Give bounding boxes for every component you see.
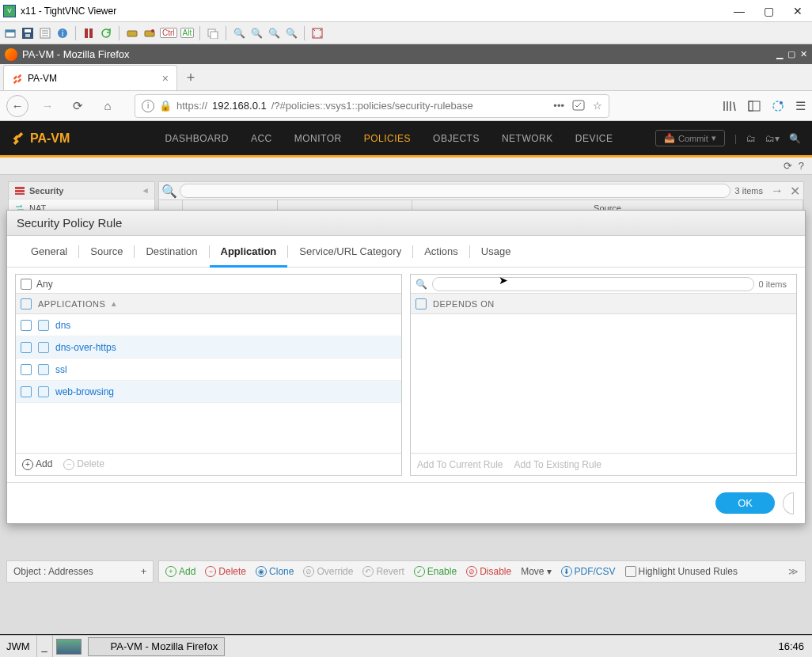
ctrl-key[interactable]: Ctrl (160, 28, 177, 38)
apps-column-header[interactable]: APPLICATIONS (38, 299, 105, 309)
reload-button[interactable]: ⟳ (66, 95, 89, 117)
nav-device[interactable]: DEVICE (575, 133, 613, 144)
help-icon[interactable]: ? (799, 160, 804, 172)
nav-policies[interactable]: POLICIES (364, 133, 411, 144)
library-icon[interactable] (723, 100, 737, 112)
refresh-icon[interactable] (99, 26, 113, 40)
new-tab-button[interactable]: + (177, 65, 204, 90)
tool-disable[interactable]: ⊘Disable (466, 566, 511, 577)
tab-source[interactable]: Source (79, 237, 134, 267)
more-icon[interactable]: ≫ (788, 566, 799, 577)
commit-button[interactable]: 📥 Commit ▾ (655, 130, 725, 146)
row-checkbox[interactable] (21, 342, 32, 353)
tool-enable[interactable]: ✓Enable (414, 566, 457, 577)
sync-icon[interactable]: ⟳ (784, 160, 792, 172)
search-icon[interactable]: 🔍 (789, 133, 801, 144)
bookmark-icon[interactable]: ☆ (593, 100, 602, 112)
app-link[interactable]: dns-over-https (55, 342, 116, 353)
app-link[interactable]: ssl (55, 364, 67, 375)
home-button[interactable]: ⌂ (97, 95, 119, 117)
zoom-auto-icon[interactable]: 🔍 (284, 26, 298, 40)
pause-icon[interactable] (82, 26, 96, 40)
clear-icon[interactable]: ✕ (787, 184, 803, 199)
app-row[interactable]: dns (16, 314, 401, 336)
any-checkbox[interactable] (21, 279, 32, 290)
ctrl-esc-icon[interactable] (142, 26, 157, 40)
cancel-button[interactable] (783, 492, 794, 515)
app-link[interactable]: dns (55, 320, 70, 331)
rules-search-input[interactable] (180, 184, 730, 198)
fullscreen-icon[interactable] (310, 26, 324, 40)
add-object-icon[interactable]: + (141, 566, 146, 577)
row-checkbox[interactable] (21, 320, 32, 331)
page-actions-icon[interactable]: ••• (553, 100, 564, 112)
config-icon[interactable]: 🗂 (746, 133, 756, 144)
alt-key[interactable]: Alt (180, 28, 195, 38)
workspace-switcher[interactable] (56, 639, 82, 655)
transfer-icon[interactable] (206, 26, 220, 40)
sidebar-icon[interactable] (748, 101, 761, 112)
show-desktop[interactable]: _ (37, 636, 53, 657)
ff-close-icon[interactable]: ✕ (800, 49, 807, 59)
sort-icon[interactable]: ▴ (112, 298, 117, 309)
sidebar-item-security[interactable]: Security ◂ (9, 182, 154, 199)
tool-pdf[interactable]: ⬇PDF/CSV (561, 566, 616, 577)
close-icon[interactable]: ✕ (793, 5, 803, 17)
app-row[interactable]: web-browsing (16, 381, 401, 403)
options-icon[interactable] (38, 26, 52, 40)
tab-application[interactable]: Application (210, 237, 288, 267)
zoom-in-icon[interactable]: 🔍 (232, 26, 246, 40)
save-icon[interactable] (21, 26, 35, 40)
taskbar-app[interactable]: PA-VM - Mozilla Firefox (88, 637, 226, 656)
app-row[interactable]: dns-over-https (16, 336, 401, 359)
tab-actions[interactable]: Actions (413, 237, 469, 267)
depends-select-all-checkbox[interactable] (415, 298, 427, 310)
add-app-button[interactable]: +Add (22, 458, 52, 470)
search-icon[interactable]: 🔍 (162, 184, 176, 198)
maximize-icon[interactable]: ▢ (764, 5, 774, 17)
url-bar[interactable]: i 🔒 https://192.168.0.1/?#policies::vsys… (135, 94, 609, 118)
zoom-100-icon[interactable]: 🔍 (267, 26, 281, 40)
app-row[interactable]: ssl (16, 359, 401, 381)
ff-minimize-icon[interactable]: ▁ (776, 49, 783, 59)
row-checkbox[interactable] (21, 386, 32, 397)
ff-maximize-icon[interactable]: ▢ (787, 49, 795, 59)
ok-button[interactable]: OK (715, 492, 775, 514)
tool-highlight[interactable]: Highlight Unused Rules (625, 566, 738, 577)
nav-acc[interactable]: ACC (251, 133, 272, 144)
select-all-checkbox[interactable] (21, 298, 32, 310)
highlight-checkbox[interactable] (625, 566, 636, 577)
collapse-icon[interactable]: ◂ (143, 185, 148, 196)
tool-move[interactable]: Move ▾ (521, 566, 551, 577)
extension-icon[interactable] (772, 100, 784, 112)
info-icon[interactable]: i (55, 26, 70, 40)
zoom-out-icon[interactable]: 🔍 (249, 26, 264, 40)
tab-service[interactable]: Service/URL Category (288, 237, 412, 267)
tool-delete[interactable]: −Delete (205, 566, 246, 577)
jwm-menu[interactable]: JWM (0, 636, 37, 657)
nav-monitor[interactable]: MONITOR (294, 133, 342, 144)
row-checkbox[interactable] (21, 364, 32, 375)
app-link[interactable]: web-browsing (55, 386, 114, 397)
tool-add[interactable]: +Add (165, 566, 195, 577)
search-icon[interactable]: 🔍 (415, 279, 427, 290)
tab-usage[interactable]: Usage (470, 237, 522, 267)
settings-icon[interactable]: 🗂▾ (765, 133, 780, 144)
nav-dashboard[interactable]: DASHBOARD (165, 133, 229, 144)
site-info-icon[interactable]: i (142, 100, 154, 112)
cad-icon[interactable] (125, 26, 139, 40)
minimize-icon[interactable]: — (734, 5, 745, 17)
nav-objects[interactable]: OBJECTS (433, 133, 480, 144)
nav-network[interactable]: NETWORK (502, 133, 553, 144)
tab-close-icon[interactable]: × (162, 72, 169, 85)
back-button[interactable]: ← (6, 95, 28, 117)
new-conn-icon[interactable] (3, 26, 17, 40)
browser-tab[interactable]: PA-VM × (3, 65, 177, 90)
tab-general[interactable]: General (20, 237, 78, 267)
next-icon[interactable]: → (768, 184, 787, 198)
tool-clone[interactable]: ◉Clone (256, 566, 294, 577)
tab-destination[interactable]: Destination (135, 237, 208, 267)
reader-icon[interactable] (572, 100, 585, 112)
menu-icon[interactable]: ☰ (795, 99, 806, 113)
depends-search-input[interactable] (432, 277, 754, 291)
